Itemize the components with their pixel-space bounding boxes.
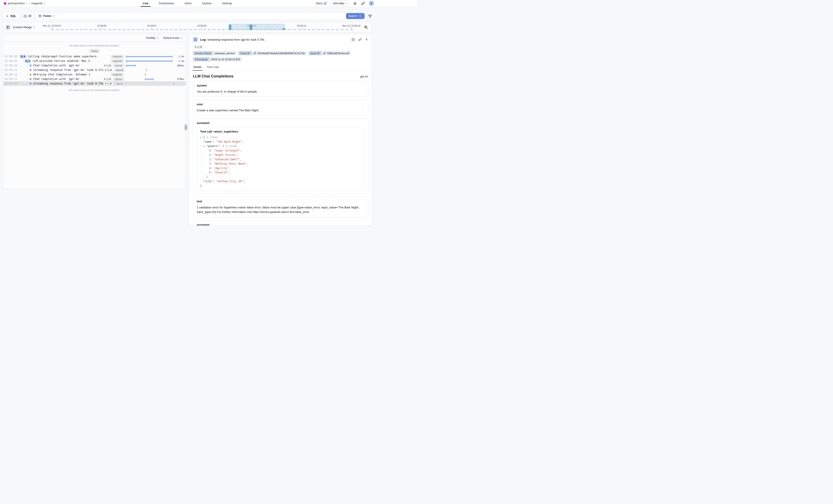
json-token-str: "Enhanced Smell" — [214, 158, 240, 162]
copy-link-button[interactable] — [358, 38, 362, 41]
log-row-marker[interactable] — [30, 82, 31, 85]
log-row[interactable]: 22:59:106Calling chatprompt-function mak… — [3, 54, 186, 59]
json-line: "powers": [ 6 items — [200, 144, 361, 149]
zoom-in-button[interactable] — [364, 25, 368, 29]
log-row-tags: LLMopenai — [103, 82, 125, 86]
log-row[interactable]: 22:59:11Retrying Chat Completion. Attemp… — [3, 72, 186, 77]
json-token-p: : — [211, 153, 214, 158]
log-row-marker[interactable] — [30, 65, 31, 66]
docs-link[interactable]: Docs — [316, 2, 326, 5]
tab-live[interactable]: Live — [142, 0, 149, 7]
toggle-layout-button[interactable] — [352, 38, 355, 41]
timeline-selection[interactable] — [229, 24, 285, 30]
tab-raw-data[interactable]: Raw Data — [207, 64, 219, 70]
log-row-time: 22:59:11 — [4, 73, 18, 76]
trace-id-pill[interactable]: Trace ID #9146a6974e4e6140538043607a71c7… — [238, 51, 307, 55]
chevron-down-icon[interactable] — [200, 136, 202, 138]
search-button[interactable]: Search ↵ — [346, 13, 364, 19]
json-token-items: 3 items — [207, 135, 218, 140]
collapse-toggle[interactable]: 5 — [25, 59, 31, 63]
tab-details[interactable]: Details — [193, 64, 202, 70]
tab-dashboards[interactable]: Dashboards — [158, 0, 175, 7]
log-row[interactable]: 22:59:105LLM-assisted retries enabled. M… — [3, 59, 186, 63]
tag-openai: openai — [113, 77, 124, 81]
collapse-sidebar-button[interactable] — [5, 24, 11, 30]
tab-explore[interactable]: Explore — [201, 0, 212, 7]
minus-square-icon — [25, 60, 28, 62]
log-row-marker[interactable] — [30, 78, 31, 80]
json-token-p: : — [213, 179, 216, 184]
tab-alerts[interactable]: Alerts — [184, 0, 192, 7]
message-role: user — [197, 102, 364, 106]
fields-button[interactable]: Fields — [35, 13, 57, 19]
panel-resize-handle[interactable] — [184, 124, 188, 131]
timeline-tick-label: 22:59:13 — [297, 24, 306, 27]
tag-magentic: magentic — [111, 55, 124, 58]
json-token-str: "Gotham City, NY" — [216, 179, 244, 184]
close-panel-button[interactable] — [365, 38, 368, 41]
tag-label: magentic — [113, 55, 122, 58]
sql-mode-button[interactable]: SQL — [3, 13, 19, 19]
diamond-icon — [29, 82, 32, 85]
ai-mode-button[interactable]: AI — [21, 15, 33, 18]
filter-button[interactable] — [368, 14, 372, 18]
timeline-track[interactable]: Nov 12, 22:59:0322:59:0522:59:0722:59:09… — [37, 22, 364, 32]
log-row[interactable]: 22:59:11Chat Completion with 'gpt-4o'LLM… — [3, 77, 186, 81]
log-row-tags: LLMopenai — [103, 68, 125, 72]
json-token-key: "powers" — [206, 144, 219, 149]
levels-label: Default levels — [163, 37, 179, 40]
tab-settings[interactable]: Settings — [221, 0, 233, 7]
log-rows: 22:59:106Calling chatprompt-function mak… — [3, 54, 186, 86]
green-dot-icon — [195, 46, 196, 48]
timeline-tick-mark — [302, 27, 302, 29]
log-row-marker[interactable] — [30, 74, 31, 75]
log-row-duration: 370ms — [174, 78, 184, 80]
time-range-selector[interactable]: Custom Range — [13, 26, 34, 29]
get-help-button[interactable]: Get help — [331, 0, 349, 6]
indent-guide — [203, 158, 206, 162]
message-role: system — [197, 84, 364, 87]
detail-tabs: Details Raw Data — [193, 64, 368, 71]
json-line: } — [200, 184, 361, 188]
detail-title: Log: streaming response from 'gpt-4o' to… — [200, 38, 264, 41]
today-badge[interactable]: Today — [89, 49, 100, 53]
timeline-tick: 22:59:07 — [147, 24, 157, 29]
log-row-marker[interactable]: 5 — [25, 59, 31, 63]
json-token-p: : — [211, 162, 214, 166]
panel-left-icon — [6, 25, 10, 29]
log-row-marker[interactable]: 6 — [20, 55, 26, 58]
green-dot-icon — [105, 83, 106, 84]
ai-label: AI — [28, 15, 31, 18]
json-token-str: "Agility" — [214, 166, 229, 171]
share-link-button[interactable] — [361, 2, 365, 5]
tag-label: LLM — [107, 69, 112, 72]
timestamp-value: 2024-11-12 22:59:12.876 — [209, 57, 242, 62]
funnel-icon — [368, 14, 372, 18]
message-role: assistant — [197, 121, 364, 125]
log-row[interactable]: 22:59:11streaming response from 'gpt-4o'… — [3, 68, 186, 72]
chevron-down-icon — [53, 15, 54, 17]
log-row[interactable]: 22:59:12streaming response from 'gpt-4o'… — [3, 81, 186, 86]
visibility-label: Visibility — [146, 37, 156, 40]
span-id-value: #fd81e8f78c4ecc9f — [327, 52, 349, 55]
chevron-down-icon[interactable] — [203, 145, 205, 147]
tool-call-card: Tool call: return_superhero{ 3 items"nam… — [197, 127, 364, 191]
user-avatar[interactable]: J — [369, 1, 374, 6]
query-input[interactable] — [57, 13, 346, 19]
log-row-marker[interactable] — [30, 69, 31, 71]
log-row[interactable]: 22:59:10Chat Completion with 'gpt-4o'LLM… — [3, 63, 186, 68]
levels-dropdown[interactable]: Default levels — [163, 37, 182, 40]
visibility-dropdown[interactable]: Visibility — [146, 37, 158, 40]
timestamp-pill: Timestamp 2024-11-12 22:59:12.876 — [193, 57, 242, 62]
json-line: 1: "Night Vision", — [200, 153, 361, 158]
duration-track — [126, 77, 174, 81]
log-row-message: Retrying Chat Completion. Attempt 1 — [33, 73, 90, 76]
collapse-toggle[interactable]: 6 — [20, 55, 26, 58]
duration-bar — [126, 56, 172, 57]
span-id-pill[interactable]: Span ID #fd81e8f78c4ecc9f — [309, 51, 351, 55]
timeline-tick-mark — [102, 27, 102, 29]
log-row-time: 22:59:10 — [4, 64, 18, 67]
theme-toggle-button[interactable] — [353, 2, 357, 5]
tag-label: openai — [115, 78, 122, 80]
duration-track — [126, 59, 174, 63]
